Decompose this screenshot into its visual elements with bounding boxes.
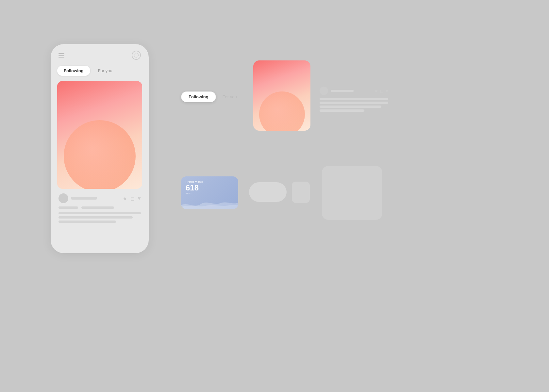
post-lines — [58, 206, 141, 223]
desc-line-1 — [58, 212, 141, 214]
review-card: ★ ◻ ♥ — [320, 87, 388, 112]
hamburger-icon[interactable] — [58, 53, 64, 57]
review-comment-icon[interactable]: ◻ — [380, 89, 384, 93]
post-meta: ★ ◻ ♥ — [58, 193, 141, 203]
comment-icon[interactable]: ◻ — [130, 195, 135, 202]
large-circle — [259, 91, 305, 131]
review-line-4 — [320, 109, 364, 112]
phone-tab-following[interactable]: Following — [57, 66, 90, 76]
feed-gradient — [57, 81, 142, 189]
action-icons: ★ ◻ ♥ — [123, 195, 141, 202]
title-line-1 — [58, 206, 78, 209]
floating-tab-bar: Following For you — [181, 91, 237, 102]
wave-svg — [181, 196, 238, 209]
large-image-card — [253, 60, 310, 131]
post-meta-left — [58, 193, 123, 203]
stat-card-wrapper: Profile views 618 views — [181, 176, 238, 209]
phone-feed-image — [57, 81, 142, 189]
floating-for-you-label[interactable]: For you — [223, 94, 237, 99]
review-icons: ★ ◻ ♥ — [374, 89, 388, 93]
review-star-icon[interactable]: ★ — [374, 89, 378, 93]
large-gradient — [253, 60, 310, 131]
title-line-2 — [81, 206, 114, 209]
username-bar — [71, 197, 97, 200]
large-rect-bottom-right — [322, 166, 382, 220]
heart-icon[interactable]: ♥ — [138, 195, 141, 201]
floating-following-pill[interactable]: Following — [181, 91, 216, 102]
avatar — [58, 193, 68, 203]
stat-label: Profile views — [186, 180, 234, 183]
review-user-left — [320, 87, 354, 95]
small-rect — [292, 182, 310, 203]
stat-sub: views — [186, 192, 234, 194]
star-icon[interactable]: ★ — [123, 195, 127, 202]
review-line-1 — [320, 98, 388, 100]
review-line-3 — [320, 106, 381, 108]
phone-header — [57, 51, 142, 60]
oval-button[interactable] — [249, 182, 287, 202]
stat-card: Profile views 618 views — [181, 176, 238, 209]
phone-footer: ★ ◻ ♥ — [57, 193, 142, 223]
review-heart-icon[interactable]: ♥ — [386, 89, 388, 93]
phone-tab-bar: Following For you — [57, 66, 142, 76]
post-title-row — [58, 206, 141, 209]
globe-icon[interactable] — [132, 51, 141, 60]
review-user-row: ★ ◻ ♥ — [320, 87, 388, 95]
desc-line-3 — [58, 220, 116, 223]
review-lines — [320, 98, 388, 112]
review-name-bar — [331, 90, 354, 92]
review-avatar — [320, 87, 328, 95]
desc-line-2 — [58, 216, 133, 219]
feed-circle — [64, 120, 136, 189]
phone-tab-for-you[interactable]: For you — [95, 66, 116, 76]
stat-value: 618 — [186, 184, 234, 192]
phone-mockup: Following For you ★ ◻ ♥ — [51, 44, 149, 253]
review-line-2 — [320, 102, 388, 104]
